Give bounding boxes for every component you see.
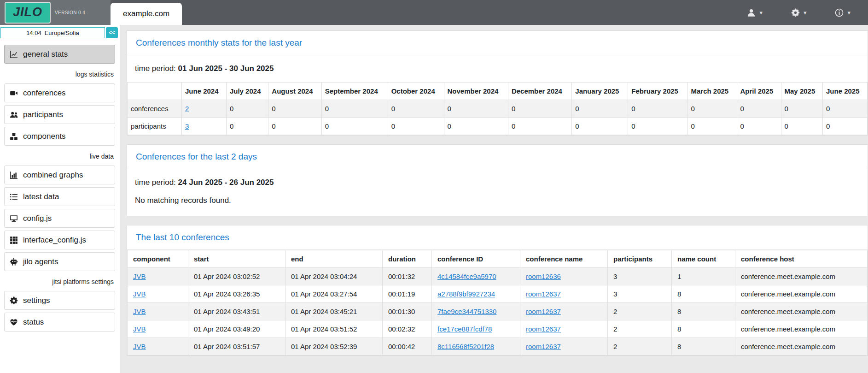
table-row: JVB01 Apr 2024 03:49:2001 Apr 2024 03:51…	[128, 320, 868, 338]
last10-cell: JVB	[128, 303, 188, 320]
monthly-column-header: September 2024	[321, 83, 388, 100]
table-row: JVB01 Apr 2024 03:26:3501 Apr 2024 03:27…	[128, 285, 868, 303]
last10-cell: room12637	[520, 320, 608, 338]
caret-down-icon: ▾	[847, 9, 851, 16]
sidebar-item-label: conferences	[23, 89, 66, 98]
last10-link[interactable]: JVB	[133, 343, 146, 350]
app-root: JILO VERSION 0.4 example.com ▾▾▾ 14:04 E…	[0, 0, 868, 373]
last10-cell: 2	[608, 303, 672, 320]
gear-icon	[10, 296, 18, 305]
list-icon	[10, 193, 18, 201]
table-header-row: June 2024July 2024August 2024September 2…	[128, 83, 868, 100]
monthly-column-header: April 2025	[737, 83, 781, 100]
people-icon	[10, 111, 18, 119]
clock-timezone: Europe/Sofia	[45, 30, 79, 36]
last10-cell: room12637	[520, 338, 608, 355]
topbar: JILO VERSION 0.4 example.com ▾▾▾	[0, 0, 868, 25]
last10-link[interactable]: room12636	[526, 272, 561, 280]
sidebar-item-label: components	[23, 132, 66, 141]
gear-icon	[791, 8, 800, 17]
last10-link[interactable]: room12637	[526, 325, 561, 333]
robot-icon	[10, 258, 18, 266]
last10-cell: fce17ce887fcdf78	[432, 320, 520, 338]
sidebar-item-participants[interactable]: participants	[4, 105, 115, 124]
last10-link[interactable]: fce17ce887fcdf78	[437, 325, 492, 333]
last10-link[interactable]: JVB	[133, 308, 146, 315]
last10-cell: conference.meet.example.com	[735, 285, 868, 303]
last10-link[interactable]: JVB	[133, 272, 146, 280]
last10-cell: conference.meet.example.com	[735, 320, 868, 338]
app-logo: JILO	[5, 2, 51, 24]
table-row: JVB01 Apr 2024 03:43:5101 Apr 2024 03:45…	[128, 303, 868, 320]
last10-link[interactable]: a2788f9bf9927234	[437, 290, 495, 298]
main-content: Conferences monthly stats for the last y…	[120, 25, 868, 373]
last10-conferences-title[interactable]: The last 10 conferences	[136, 232, 229, 242]
monthly-cell: 0	[388, 100, 444, 118]
sidebar-item-config-js[interactable]: config.js	[4, 209, 115, 228]
table-row: participants3000000000000	[128, 118, 868, 135]
last10-conferences-table: componentstartenddurationconference IDco…	[127, 250, 868, 355]
tab-example-com[interactable]: example.com	[111, 3, 182, 25]
sidebar-item-general-stats[interactable]: general stats	[4, 45, 115, 64]
last10-cell: 8	[672, 338, 735, 355]
last10-cell: 01 Apr 2024 03:52:39	[285, 338, 383, 355]
last10-cell: 01 Apr 2024 03:26:35	[188, 285, 285, 303]
monthly-count-link[interactable]: 2	[185, 105, 189, 112]
last10-cell: 00:01:32	[383, 268, 432, 285]
sidebar-item-components[interactable]: components	[4, 127, 115, 146]
last10-cell: 2	[608, 338, 672, 355]
sidebar-item-jilo-agents[interactable]: jilo agents	[4, 252, 115, 271]
grid-icon	[10, 236, 18, 244]
last10-cell: 01 Apr 2024 03:45:21	[285, 303, 383, 320]
settings-menu[interactable]: ▾	[791, 8, 807, 17]
last10-cell: 01 Apr 2024 03:49:20	[188, 320, 285, 338]
sidebar-collapse-button[interactable]: <<	[106, 27, 118, 38]
last10-cell: 8c116568f5201f28	[432, 338, 520, 355]
last10-link[interactable]: room12637	[526, 308, 561, 315]
monthly-column-header: July 2024	[226, 83, 268, 100]
info-menu[interactable]: ▾	[835, 8, 851, 17]
recent-conferences-title[interactable]: Conferences for the last 2 days	[136, 152, 257, 161]
last10-link[interactable]: room12637	[526, 290, 561, 298]
monthly-column-header	[128, 83, 182, 100]
last10-link[interactable]: 4c14584fce9a5970	[437, 272, 496, 280]
clock-display: 14:04 Europe/Sofia	[0, 27, 105, 38]
last10-link[interactable]: JVB	[133, 290, 146, 298]
sidebar-item-latest-data[interactable]: latest data	[4, 187, 115, 206]
sidebar-item-conferences[interactable]: conferences	[4, 83, 115, 102]
last10-link[interactable]: room12637	[526, 343, 561, 350]
time-period-label: time period:	[135, 178, 176, 187]
last10-link[interactable]: JVB	[133, 325, 146, 333]
sidebar-item-interface-config-js[interactable]: interface_config.js	[4, 231, 115, 249]
sidebar-nav: general statslogs statisticsconferencesp…	[0, 45, 120, 332]
last10-cell: 00:00:42	[383, 338, 432, 355]
sidebar-section-label: live data	[6, 153, 114, 160]
monthly-cell: 0	[321, 100, 388, 118]
sidebar-item-label: general stats	[23, 50, 68, 59]
sidebar-item-status[interactable]: status	[4, 313, 115, 332]
sidebar-item-settings[interactable]: settings	[4, 291, 115, 310]
monthly-column-header: March 2025	[687, 83, 737, 100]
recent-conferences-card-header: Conferences for the last 2 days	[127, 145, 868, 169]
sidebar-item-label: settings	[23, 296, 50, 305]
last10-cell: 7fae9ce344751330	[432, 303, 520, 320]
monthly-stats-title[interactable]: Conferences monthly stats for the last y…	[136, 38, 302, 47]
last10-conferences-card-header: The last 10 conferences	[127, 225, 868, 250]
recent-conferences-card: Conferences for the last 2 days time per…	[127, 144, 868, 216]
last10-cell: 8	[672, 285, 735, 303]
info-icon	[835, 8, 844, 17]
monthly-count-link[interactable]: 3	[185, 122, 189, 130]
clock-row: 14:04 Europe/Sofia <<	[0, 27, 118, 38]
topbar-brand-area: JILO VERSION 0.4	[0, 0, 111, 25]
monthly-cell: 0	[572, 100, 628, 118]
sidebar-item-combined-graphs[interactable]: combined graphs	[4, 166, 115, 184]
last10-cell: room12637	[520, 285, 608, 303]
monthly-cell: 0	[508, 100, 571, 118]
video-camera-icon	[10, 89, 18, 97]
components-icon	[10, 132, 18, 141]
topbar-menus: ▾▾▾	[747, 0, 868, 25]
last10-cell: room12637	[520, 303, 608, 320]
user-menu[interactable]: ▾	[747, 8, 763, 17]
last10-link[interactable]: 8c116568f5201f28	[437, 343, 494, 350]
last10-link[interactable]: 7fae9ce344751330	[437, 308, 496, 315]
